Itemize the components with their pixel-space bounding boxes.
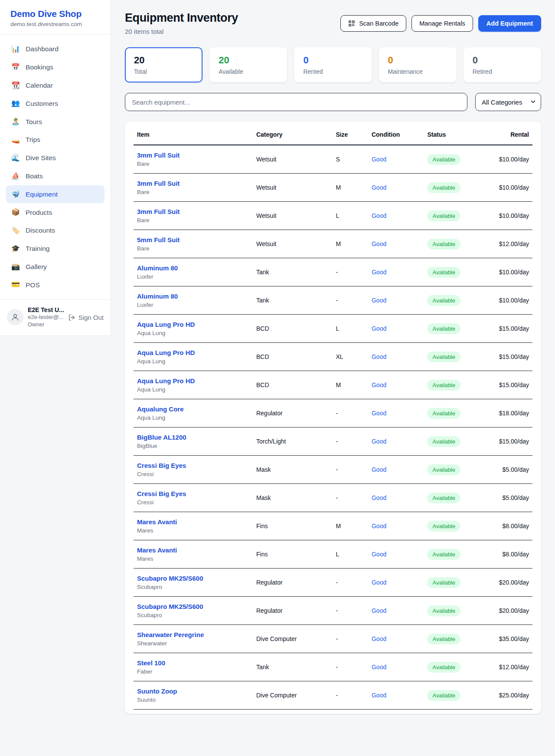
item-name-link[interactable]: 3mm Full Suit <box>137 180 249 187</box>
item-name-link[interactable]: Shearwater Peregrine <box>137 631 249 638</box>
item-name-link[interactable]: Cressi Big Eyes <box>137 490 249 497</box>
sidebar-item[interactable]: 👥 Customers <box>6 95 104 112</box>
search-input[interactable] <box>125 93 467 111</box>
item-name-link[interactable]: 5mm Full Suit <box>137 236 249 243</box>
category-cell: BCD <box>253 371 332 399</box>
rental-cell: $25.00/day <box>496 681 532 710</box>
item-name-link[interactable]: Aqua Lung Pro HD <box>137 377 249 385</box>
condition-link[interactable]: Good <box>372 297 386 304</box>
condition-link[interactable]: Good <box>372 692 386 699</box>
stat-card[interactable]: 20 Available <box>209 47 287 82</box>
status-badge: Available <box>427 436 460 447</box>
condition-link[interactable]: Good <box>372 607 386 614</box>
sidebar-item[interactable]: 🤿 Equipment <box>6 185 104 203</box>
sidebar-item[interactable]: 📦 Products <box>6 204 104 221</box>
condition-link[interactable]: Good <box>372 635 386 642</box>
column-header-category: Category <box>253 122 332 145</box>
table-body: 3mm Full Suit Bare Wetsuit S Good Availa… <box>134 145 532 710</box>
size-cell: L <box>332 202 368 230</box>
item-name-link[interactable]: 3mm Full Suit <box>137 151 249 159</box>
item-name-link[interactable]: BigBlue AL1200 <box>137 434 249 441</box>
condition-link[interactable]: Good <box>372 381 386 388</box>
item-name-link[interactable]: Mares Avanti <box>137 518 249 526</box>
status-badge: Available <box>427 690 460 701</box>
item-name-link[interactable]: Steel 100 <box>137 659 249 667</box>
stat-card[interactable]: 0 Rented <box>294 47 372 82</box>
table-row: Aluminum 80 Luxfer Tank - Good Available <box>134 258 532 286</box>
condition-link[interactable]: Good <box>372 240 386 247</box>
condition-link[interactable]: Good <box>372 269 386 276</box>
size-cell: M <box>332 512 368 540</box>
rental-cell: $5.00/day <box>496 456 532 484</box>
condition-link[interactable]: Good <box>372 212 386 219</box>
bar-chart-icon: 📊 <box>11 45 20 54</box>
item-name-link[interactable]: Aluminum 80 <box>137 264 249 272</box>
stat-card[interactable]: 0 Retired <box>464 47 541 82</box>
category-cell: Tank <box>253 286 332 315</box>
sidebar-item[interactable]: 🏝️ Tours <box>6 113 104 131</box>
condition-link[interactable]: Good <box>372 156 386 163</box>
item-name-link[interactable]: Suunto Zoop <box>137 687 249 695</box>
item-name-link[interactable]: Aqualung Core <box>137 405 249 413</box>
manage-rentals-button[interactable]: Manage Rentals <box>411 15 473 32</box>
stat-card[interactable]: 0 Maintenance <box>379 47 457 82</box>
sidebar-item-label: Training <box>26 244 49 253</box>
condition-cell: Good <box>368 202 424 230</box>
sign-out-button[interactable]: Sign Out <box>68 314 104 321</box>
condition-link[interactable]: Good <box>372 551 386 558</box>
item-name-link[interactable]: 3mm Full Suit <box>137 208 249 215</box>
condition-link[interactable]: Good <box>372 184 386 191</box>
condition-cell: Good <box>368 315 424 343</box>
condition-link[interactable]: Good <box>372 353 386 360</box>
item-name-link[interactable]: Cressi Big Eyes <box>137 462 249 469</box>
sidebar-item[interactable]: 🌊 Dive Sites <box>6 149 104 167</box>
condition-link[interactable]: Good <box>372 579 386 586</box>
status-badge: Available <box>427 323 460 334</box>
condition-link[interactable]: Good <box>372 664 386 671</box>
item-name-link[interactable]: Scubapro MK25/S600 <box>137 575 249 582</box>
item-name-link[interactable]: Scubapro MK25/S600 <box>137 603 249 610</box>
item-brand: Luxfer <box>137 302 249 308</box>
status-badge: Available <box>427 380 460 391</box>
sidebar-item-label: Equipment <box>26 190 58 199</box>
island-icon: 🏝️ <box>11 117 20 126</box>
size-cell: - <box>332 625 368 653</box>
sidebar-item[interactable]: 📆 Calendar <box>6 77 104 95</box>
category-select[interactable]: All Categories <box>475 93 541 111</box>
item-name-link[interactable]: Aluminum 80 <box>137 293 249 300</box>
stat-card[interactable]: 20 Total <box>125 47 202 82</box>
item-name-link[interactable]: Aqua Lung Pro HD <box>137 321 249 328</box>
sidebar-item[interactable]: 📸 Gallery <box>6 258 104 276</box>
sidebar-item[interactable]: ⛵ Boats <box>6 168 104 185</box>
category-cell: Torch/Light <box>253 427 332 456</box>
condition-link[interactable]: Good <box>372 466 386 473</box>
equipment-table: Item Category Size Condition Status Rent… <box>134 122 532 710</box>
sidebar-item[interactable]: 📊 Dashboard <box>6 40 104 58</box>
rental-cell: $12.00/day <box>496 653 532 681</box>
condition-cell: Good <box>368 427 424 456</box>
condition-cell: Good <box>368 371 424 399</box>
sidebar-item[interactable]: 🚤 Trips <box>6 131 104 149</box>
item-name-link[interactable]: Mares Avanti <box>137 546 249 554</box>
condition-link[interactable]: Good <box>372 410 386 417</box>
condition-link[interactable]: Good <box>372 325 386 332</box>
condition-link[interactable]: Good <box>372 438 386 445</box>
sidebar-item[interactable]: 🏷️ Discounts <box>6 222 104 240</box>
sidebar-item[interactable]: 💳 POS <box>6 276 104 294</box>
category-cell: Wetsuit <box>253 230 332 258</box>
sidebar-item[interactable]: 🎓 Training <box>6 240 104 258</box>
user-name: E2E Test U... <box>28 306 64 314</box>
equipment-table-card: Item Category Size Condition Status Rent… <box>125 122 541 714</box>
stat-value: 0 <box>388 55 447 66</box>
rental-cell: $10.00/day <box>496 174 532 202</box>
add-equipment-button[interactable]: Add Equipment <box>478 15 541 32</box>
item-name-link[interactable]: Aqua Lung Pro HD <box>137 349 249 356</box>
scan-barcode-button[interactable]: Scan Barcode <box>340 15 406 32</box>
sidebar-item-label: Gallery <box>26 263 47 271</box>
condition-link[interactable]: Good <box>372 494 386 501</box>
condition-cell: Good <box>368 625 424 653</box>
condition-link[interactable]: Good <box>372 523 386 529</box>
category-cell: Mask <box>253 456 332 484</box>
condition-cell: Good <box>368 286 424 315</box>
sidebar-item[interactable]: 📅 Bookings <box>6 59 104 76</box>
